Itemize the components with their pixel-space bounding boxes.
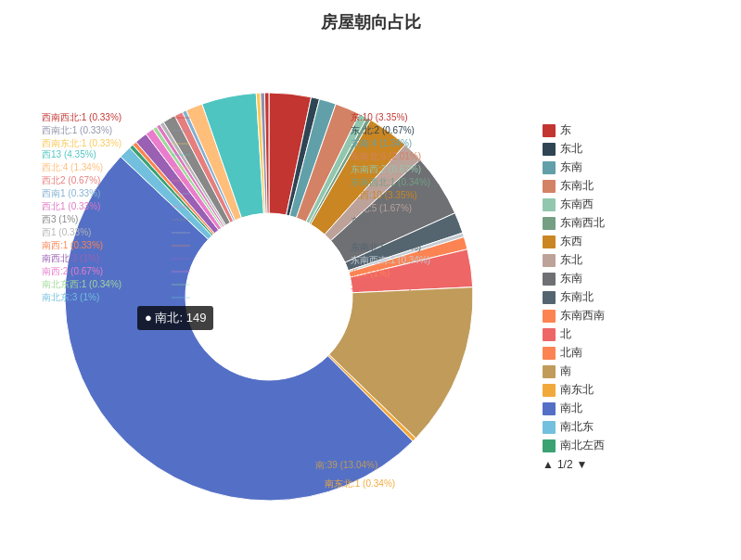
legend-item: 南东北 — [543, 382, 736, 398]
legend-color — [543, 291, 556, 304]
legend-item: 南北东 — [543, 419, 736, 435]
legend-label: 南北左西 — [560, 438, 605, 453]
chart-label-right: 东南:4 (1.34%) — [351, 138, 412, 148]
chart-label: 西南东北:1 (0.33%) — [42, 138, 121, 148]
legend-label: 东南北 — [560, 289, 594, 305]
legend-color — [543, 439, 556, 452]
next-icon[interactable]: ▼ — [577, 458, 588, 471]
chart-label: 西北2 (0.67%) — [42, 175, 100, 185]
legend-item: 北 — [543, 326, 736, 342]
chart-label: 西3 (1%) — [42, 214, 78, 224]
legend-item: 南 — [543, 363, 736, 379]
legend-label: 北南 — [560, 345, 582, 361]
chart-label: 南北东:3 (1%) — [42, 292, 99, 302]
chart-label-right: 东南北:5 (1.67%) — [351, 242, 421, 252]
legend-area: 东东北东南东南北东南西东南西北东西东北东南东南北东南西南北北南南南东北南北南北东… — [538, 113, 741, 480]
legend-color — [543, 217, 556, 230]
chart-label: 西北:4 (1.34%) — [42, 162, 103, 172]
legend-color — [543, 124, 556, 137]
prev-icon[interactable]: ▲ — [543, 458, 554, 471]
legend-item: 东南西北 — [543, 215, 736, 231]
chart-label-right: 东南西南:1 (0.34%) — [351, 255, 430, 265]
legend-item: 东北 — [543, 252, 736, 268]
chart-label: 西南北:1 (0.33%) — [42, 125, 112, 135]
legend-item: 南北 — [543, 401, 736, 416]
chart-label-right: 东 北:2 (0.67%) — [351, 125, 415, 135]
chart-label-bottom: 南东北:1 (0.34%) — [325, 478, 395, 489]
legend-label: 东南西北 — [560, 215, 605, 231]
chart-container: 西南西北:1 (0.33%)西南北:1 (0.33%)西南东北:1 (0.33%… — [0, 37, 741, 556]
legend-color — [543, 384, 556, 397]
chart-label-right: 东西:10 (3.35%) — [351, 190, 417, 200]
chart-label: 西北1 (0.33%) — [42, 201, 100, 211]
legend-item: 东南 — [543, 271, 736, 286]
donut-chart: 西南西北:1 (0.33%)西南北:1 (0.33%)西南东北:1 (0.33%… — [37, 65, 501, 528]
legend-label: 东西 — [560, 234, 582, 249]
chart-label: 西南1 (0.33%) — [42, 188, 100, 198]
chart-label-right: 东南北:6 (2.01%) — [351, 151, 421, 161]
legend-label: 东南西南 — [560, 308, 605, 324]
chart-label: 南北东西:1 (0.34%) — [42, 279, 121, 289]
pagination-label: 1/2 — [557, 458, 573, 471]
legend-item: 东南西 — [543, 197, 736, 212]
chart-label-right: 东南西北:1 (0.34%) — [351, 177, 430, 187]
chart-label: 南西:1 (0.33%) — [42, 240, 103, 250]
legend-label: 东南西 — [560, 197, 594, 212]
legend-item: 东南 — [543, 159, 736, 175]
legend-color — [543, 198, 556, 211]
legend-label: 南东北 — [560, 382, 594, 398]
legend-label: 东北 — [560, 141, 582, 157]
legend-item: 东南北 — [543, 178, 736, 194]
legend-item: 东南西南 — [543, 308, 736, 324]
chart-label-right: 北:3 (1%) — [351, 268, 390, 278]
chart-label-right: 东北:5 (1.67%) — [351, 203, 412, 213]
legend-color — [543, 273, 556, 286]
legend-label: 南 — [560, 363, 571, 379]
legend-color — [543, 310, 556, 323]
legend-color — [543, 365, 556, 378]
chart-label: 西南西北:1 (0.33%) — [42, 112, 121, 122]
legend-item: 东南北 — [543, 289, 736, 305]
legend-color — [543, 421, 556, 434]
legend-item: 北南 — [543, 345, 736, 361]
legend-color — [543, 254, 556, 267]
legend-color — [543, 402, 556, 415]
legend-color — [543, 161, 556, 174]
chart-label-right: 东南:15 (5.02%) — [351, 216, 417, 226]
legend-label: 东北 — [560, 252, 582, 268]
legend-label: 东南 — [560, 159, 582, 175]
legend-item: 东西 — [543, 234, 736, 249]
chart-label-bottom: 南:39 (13.04%) — [315, 460, 377, 470]
chart-label-right: 东:10 (3.35%) — [351, 112, 408, 122]
legend-item: 东北 — [543, 141, 736, 157]
legend-color — [543, 143, 556, 156]
legend-color — [543, 347, 556, 360]
legend-label: 南北 — [560, 401, 582, 416]
chart-label-right: 北南:9 (3.01%) — [351, 281, 412, 291]
pagination: ▲ 1/2 ▼ — [543, 458, 736, 471]
legend-label: 东 — [560, 122, 571, 138]
chart-label-bottom: 南北:149 (49.83%) — [223, 483, 300, 493]
chart-label-right: 东南西:2 (0.67%) — [351, 164, 421, 174]
chart-label: 南西北:3 (1%) — [42, 253, 99, 263]
donut-area: 西南西北:1 (0.33%)西南北:1 (0.33%)西南东北:1 (0.33%… — [0, 51, 538, 542]
svg-point-0 — [185, 213, 352, 380]
legend-item: 东 — [543, 122, 736, 138]
legend-item: 南北左西 — [543, 438, 736, 453]
legend-color — [543, 328, 556, 341]
legend-color — [543, 235, 556, 248]
legend-label: 北 — [560, 326, 571, 342]
chart-label: 南西:2 (0.67%) — [42, 266, 103, 276]
chart-label: 西13 (4.35%) — [42, 149, 96, 159]
legend-label: 南北东 — [560, 419, 594, 435]
legend-label: 东南北 — [560, 178, 594, 194]
chart-label: 西1 (0.33%) — [42, 227, 91, 237]
page-title: 房屋朝向占比 — [321, 11, 421, 33]
legend-color — [543, 180, 556, 193]
legend-label: 东南 — [560, 271, 582, 286]
